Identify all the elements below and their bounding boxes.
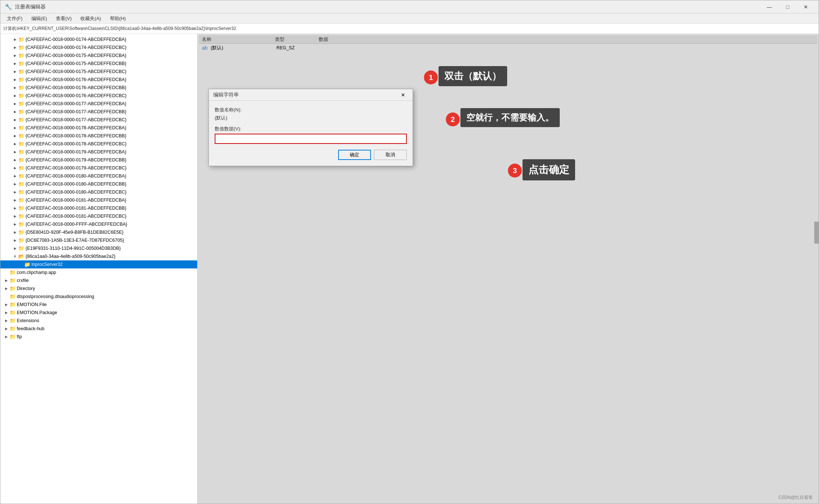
folder-icon: 📁 [18, 141, 24, 147]
close-button[interactable]: ✕ [797, 1, 814, 12]
folder-icon: 📁 [18, 197, 24, 203]
expand-icon [18, 261, 24, 267]
tree-item[interactable]: ▶ 📁 {CAFEEFAC-0018-0000-0178-ABCDEFFEDCB… [0, 140, 197, 148]
menu-file[interactable]: 文件(F) [3, 15, 26, 23]
ok-button[interactable]: 确定 [338, 150, 371, 160]
tree-item[interactable]: 📁 dtspostprocessing.dtsaudioprocessing [0, 293, 197, 301]
expand-icon: ▶ [12, 181, 18, 187]
tree-item[interactable]: ▶ 📁 {CAFEEFAC-0018-0000-0179-ABCDEFFEDCB… [0, 156, 197, 164]
tree-item[interactable]: ▶ 📁 {CAFEEFAC-0018-0000-0174-ABCDEFFEDCB… [0, 35, 197, 43]
tree-item[interactable]: ▶ 📁 {CAFEEFAC-0018-0000-0176-ABCDEFFEDCB… [0, 76, 197, 84]
dialog-close-button[interactable]: ✕ [398, 91, 408, 99]
menu-help[interactable]: 帮助(H) [106, 15, 130, 23]
tree-item[interactable]: ▶ 📁 {CAFEEFAC-0018-0000-0176-ABCDEFFEDCB… [0, 84, 197, 92]
tree-item[interactable]: ▶ 📁 crxfile [0, 276, 197, 285]
folder-icon: 📁 [18, 109, 24, 115]
main-content: ▶ 📁 {CAFEEFAC-0018-0000-0174-ABCDEFFEDCB… [0, 34, 819, 504]
name-label: 数值名称(N): [215, 107, 407, 113]
expand-icon: ▶ [3, 278, 9, 283]
menu-bar: 文件(F) 编辑(E) 查看(V) 收藏夹(A) 帮助(H) [0, 14, 819, 24]
expand-icon [3, 270, 9, 275]
expand-icon: ▶ [3, 318, 9, 324]
tree-item[interactable]: ▶ 📁 {CAFEEFAC-0018-0000-0181-ABCDEFFEDCB… [0, 196, 197, 204]
tree-item[interactable]: ▶ 📁 {CAFEEFAC-0018-0000-0180-ABCDEFFEDCB… [0, 180, 197, 188]
folder-icon: 📁 [9, 278, 16, 283]
title-bar-left: 🔧 注册表编辑器 [5, 3, 46, 10]
tree-item[interactable]: ▶ 📁 {CAFEEFAC-0018-0000-0178-ABCDEFFEDCB… [0, 132, 197, 140]
folder-icon: 📁 [18, 173, 24, 179]
cancel-button[interactable]: 取消 [374, 150, 407, 160]
menu-favorites[interactable]: 收藏夹(A) [77, 15, 104, 23]
tree-item[interactable]: ▶ 📁 Directory [0, 285, 197, 293]
expand-icon: ▼ [12, 253, 18, 259]
tree-item[interactable]: ▶ 📁 {CAFEEFAC-0018-0000-0175-ABCDEFFEDCB… [0, 68, 197, 76]
tree-item[interactable]: ▶ 📁 {CAFEEFAC-0018-0000-0177-ABCDEFFEDCB… [0, 100, 197, 108]
tree-item[interactable]: ▶ 📁 {D5E8041D-920F-45e9-B8FB-B1DEB82C6E5… [0, 228, 197, 236]
tree-item[interactable]: ▶ 📁 {CAFEEFAC-0018-0000-0180-ABCDEFFEDCB… [0, 172, 197, 180]
tree-item[interactable]: ▶ 📁 EMOTION.File [0, 301, 197, 309]
tree-panel[interactable]: ▶ 📁 {CAFEEFAC-0018-0000-0174-ABCDEFFEDCB… [0, 34, 198, 504]
window-title: 注册表编辑器 [15, 4, 46, 10]
data-value-input[interactable] [215, 134, 407, 144]
tree-item[interactable]: ▶ 📁 {CAFEEFAC-0018-0000-0179-ABCDEFFEDCB… [0, 164, 197, 172]
folder-icon: 📁 [18, 205, 24, 211]
tree-item[interactable]: ▶ 📁 {DC6E7083-1A5B-13E3-E7AE-7D87EFDC670… [0, 236, 197, 244]
tree-item-expanded[interactable]: ▼ 📂 {86ca1aa0-34aa-4e8b-a509-50c905bae2a… [0, 252, 197, 260]
tree-item[interactable]: ▶ 📁 feedback-hub [0, 325, 197, 333]
tree-item[interactable]: ▶ 📁 {CAFEEFAC-0018-0000-0175-ABCDEFFEDCB… [0, 51, 197, 60]
folder-icon: 📂 [18, 253, 24, 259]
expand-icon: ▶ [12, 53, 18, 58]
folder-icon: 📁 [18, 237, 24, 243]
folder-icon: 📁 [18, 181, 24, 187]
expand-icon: ▶ [12, 205, 18, 211]
folder-icon: 📁 [18, 133, 24, 139]
folder-icon: 📁 [18, 45, 24, 50]
tree-item[interactable]: ▶ 📁 {CAFEEFAC-0018-0000-FFFF-ABCDEFFEDCB… [0, 220, 197, 228]
tree-item[interactable]: ▶ 📁 ftp [0, 333, 197, 341]
tree-item[interactable]: ▶ 📁 EMOTION.Package [0, 309, 197, 317]
tree-item[interactable]: ▶ 📁 {CAFEEFAC-0018-0000-0179-ABCDEFFEDCB… [0, 148, 197, 156]
tree-item[interactable]: ▶ 📁 Extensions [0, 317, 197, 325]
tree-item[interactable]: ▶ 📁 {CAFEEFAC-0018-0000-0181-ABCDEFFEDCB… [0, 212, 197, 220]
address-path: 计算机\HKEY_CURRENT_USER\Software\Classes\C… [3, 26, 236, 32]
expand-icon: ▶ [12, 109, 18, 115]
expand-icon: ▶ [3, 302, 9, 308]
menu-view[interactable]: 查看(V) [52, 15, 75, 23]
folder-icon: 📁 [18, 157, 24, 163]
registry-editor-window: 🔧 注册表编辑器 — □ ✕ 文件(F) 编辑(E) 查看(V) 收藏夹(A) … [0, 0, 819, 504]
expand-icon: ▶ [12, 141, 18, 147]
tree-item[interactable]: ▶ 📁 {E19F9331-3110-11D4-991C-005004D3B3D… [0, 244, 197, 252]
menu-edit[interactable]: 编辑(E) [28, 15, 51, 23]
tree-item[interactable]: ▶ 📁 {CAFEEFAC-0018-0000-0180-ABCDEFFEDCB… [0, 188, 197, 196]
folder-icon: 📁 [9, 310, 16, 316]
folder-icon: 📁 [9, 318, 16, 324]
tree-item[interactable]: ▶ 📁 {CAFEEFAC-0018-0000-0178-ABCDEFFEDCB… [0, 124, 197, 132]
step2-annotation: 空就行，不需要输入。 [460, 108, 560, 127]
tree-item[interactable]: ▶ 📁 {CAFEEFAC-0018-0000-0181-ABCDEFFEDCB… [0, 204, 197, 212]
minimize-button[interactable]: — [761, 1, 778, 12]
expand-icon: ▶ [12, 117, 18, 123]
address-bar: 计算机\HKEY_CURRENT_USER\Software\Classes\C… [0, 24, 819, 34]
edit-string-dialog: 编辑字符串 ✕ 数值名称(N): (默认) 数值数据(V): 确定 取消 [208, 89, 413, 166]
maximize-button[interactable]: □ [779, 1, 796, 12]
tree-item[interactable]: ▶ 📁 {CAFEEFAC-0018-0000-0177-ABCDEFFEDCB… [0, 116, 197, 124]
tree-item-inprocserver32[interactable]: 📁 InprocServer32 [0, 260, 197, 268]
expand-icon: ▶ [3, 334, 9, 340]
folder-icon: 📁 [18, 149, 24, 155]
folder-icon: 📁 [24, 261, 30, 267]
expand-icon: ▶ [3, 286, 9, 291]
tree-item[interactable]: ▶ 📁 {CAFEEFAC-0018-0000-0174-ABCDEFFEDCB… [0, 43, 197, 51]
folder-icon: 📁 [9, 294, 16, 299]
folder-icon: 📁 [18, 69, 24, 75]
expand-icon [3, 294, 9, 299]
expand-icon: ▶ [12, 45, 18, 50]
tree-item[interactable]: ▶ 📁 {CAFEEFAC-0018-0000-0177-ABCDEFFEDCB… [0, 108, 197, 116]
tree-item[interactable]: ▶ 📁 {CAFEEFAC-0018-0000-0176-ABCDEFFEDCB… [0, 92, 197, 100]
dialog-body: 数值名称(N): (默认) 数值数据(V): 确定 取消 [209, 101, 413, 166]
folder-icon: 📁 [18, 213, 24, 219]
tree-item[interactable]: ▶ 📁 {CAFEEFAC-0018-0000-0175-ABCDEFFEDCB… [0, 60, 197, 68]
dialog-title: 编辑字符串 [213, 92, 239, 98]
dialog-buttons: 确定 取消 [215, 150, 407, 160]
folder-icon: 📁 [9, 286, 16, 291]
tree-item[interactable]: 📁 com.clipchamp.app [0, 268, 197, 276]
